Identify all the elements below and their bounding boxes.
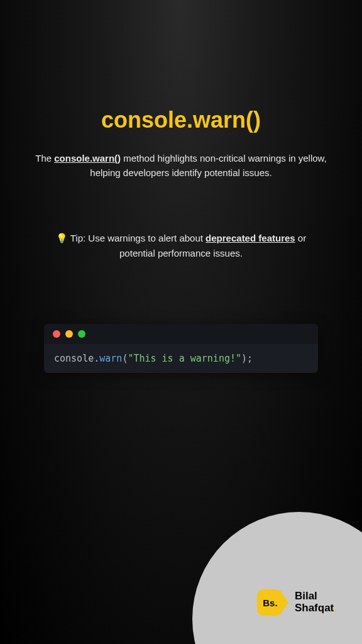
author-dot: .: [334, 602, 337, 614]
main-content: console.warn() The console.warn() method…: [0, 0, 362, 373]
tip-text: 💡 Tip: Use warnings to alert about depre…: [31, 231, 331, 261]
author-first: Bilal: [295, 590, 317, 602]
code-object: console: [54, 353, 94, 364]
description-post: method highlights non-critical warnings …: [90, 153, 326, 178]
code-content: console.warn("This is a warning!");: [44, 344, 318, 373]
code-paren-close: ): [241, 353, 247, 364]
tip-underlined: deprecated features: [206, 233, 295, 243]
lightbulb-icon: 💡: [56, 233, 68, 243]
author-last: Shafqat: [295, 602, 334, 614]
footer-circle: [192, 512, 362, 644]
code-string: "This is a warning!": [128, 353, 241, 364]
author-name: Bilal Shafqat.: [295, 591, 337, 614]
author-logo: Bs.: [257, 589, 288, 616]
code-dot: .: [94, 353, 99, 364]
tip-pre: Tip: Use warnings to alert about: [68, 233, 206, 243]
description-pre: The: [35, 153, 54, 164]
description-underlined: console.warn(): [54, 153, 121, 164]
minimize-icon: [65, 330, 73, 338]
code-method: warn: [99, 353, 122, 364]
description-text: The console.warn() method highlights non…: [31, 151, 331, 180]
close-icon: [53, 330, 60, 338]
page-title: console.warn(): [31, 107, 331, 133]
code-semi: ;: [247, 353, 253, 364]
footer-content: Bs. Bilal Shafqat.: [257, 589, 337, 616]
window-header: [44, 324, 318, 344]
maximize-icon: [78, 330, 85, 338]
code-window: console.warn("This is a warning!");: [44, 324, 318, 373]
